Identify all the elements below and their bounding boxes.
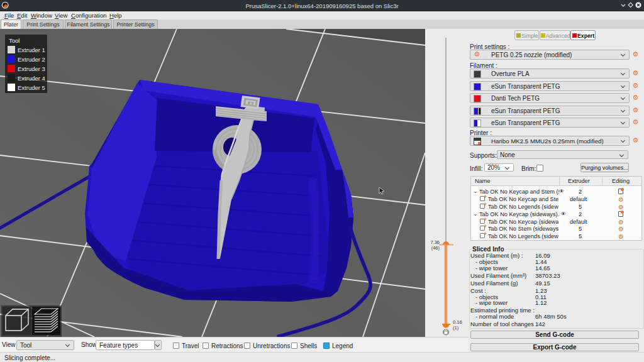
svg-text:Extruder 1: Extruder 1 [18, 47, 45, 53]
svg-text:Extruder 2: Extruder 2 [18, 56, 45, 63]
svg-text:Tool: Tool [9, 37, 19, 44]
svg-text:Extruder 5: Extruder 5 [18, 84, 45, 91]
svg-text:Extruder 3: Extruder 3 [18, 65, 45, 72]
svg-text:Extruder 4: Extruder 4 [18, 75, 45, 82]
